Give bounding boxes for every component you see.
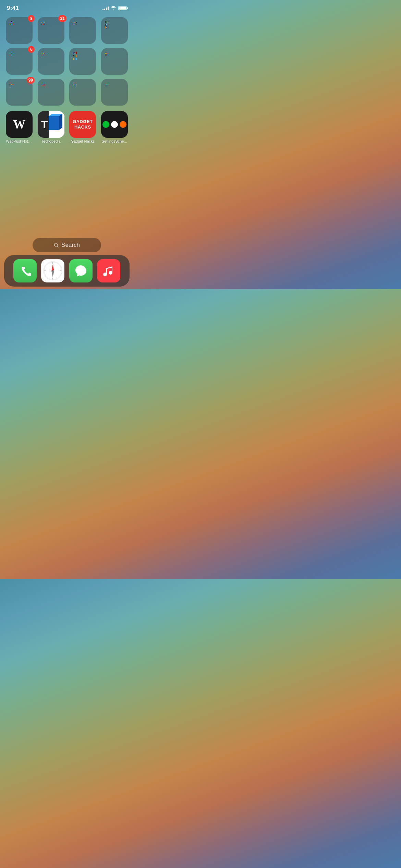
badge-news: 99: [27, 77, 35, 84]
standalone-row: W WebPushNotifi... T Techo: [5, 111, 128, 145]
folder-row-1: 8 31: [5, 17, 128, 44]
badge-social: 8: [28, 15, 35, 22]
signal-icon: [102, 6, 109, 10]
games-folder[interactable]: ♟ S W W: [101, 17, 129, 44]
svg-text:T: T: [41, 118, 48, 131]
streaming-folder[interactable]: 31: [37, 17, 65, 44]
shopping-folder[interactable]: ★ UO: [69, 48, 97, 75]
dock-safari[interactable]: [41, 259, 64, 282]
dock-phone[interactable]: [13, 259, 37, 282]
badge-work: 6: [28, 46, 35, 53]
dock-music[interactable]: [97, 259, 120, 282]
productivity2-folder[interactable]: [101, 79, 129, 106]
search-bar[interactable]: Search: [33, 238, 101, 252]
settingssche-app[interactable]: SettingsSche...: [101, 111, 129, 143]
search-icon: [54, 243, 59, 248]
status-time: 9:41: [7, 5, 19, 12]
food-folder[interactable]: [101, 48, 129, 75]
svg-marker-2: [49, 116, 59, 130]
browsers-folder[interactable]: [37, 79, 65, 106]
wifi-icon: [111, 6, 116, 10]
work-folder[interactable]: 6: [5, 48, 33, 75]
status-icons: [102, 6, 127, 10]
devtools-folder[interactable]: [69, 79, 97, 106]
webpush-label: WebPushNotifi...: [6, 139, 33, 143]
svg-point-18: [52, 270, 53, 272]
techopedia-label: Techopedia: [41, 139, 61, 143]
gadgethacks-app[interactable]: GADGETHACKS Gadget Hacks: [69, 111, 97, 143]
badge-streaming: 31: [58, 15, 66, 22]
battery-icon: [118, 6, 127, 10]
status-bar: 9:41: [0, 0, 134, 14]
social-folder[interactable]: 8: [5, 17, 33, 44]
techopedia-app[interactable]: T Techopedia: [37, 111, 65, 143]
settingssche-label: SettingsSche...: [102, 139, 127, 143]
folder-row-3: 99: [5, 79, 128, 106]
dock: [4, 255, 130, 287]
svg-line-7: [57, 246, 59, 248]
svg-marker-4: [59, 114, 62, 130]
dock-messages[interactable]: [69, 259, 93, 282]
search-label: Search: [61, 242, 80, 249]
utilities-folder[interactable]: [69, 17, 97, 44]
webpush-app[interactable]: W WebPushNotifi...: [5, 111, 33, 143]
folder-row-2: 6: [5, 48, 128, 75]
news-folder[interactable]: 99: [5, 79, 33, 106]
productivity-folder[interactable]: [37, 48, 65, 75]
gadgethacks-label: Gadget Hacks: [71, 139, 95, 143]
